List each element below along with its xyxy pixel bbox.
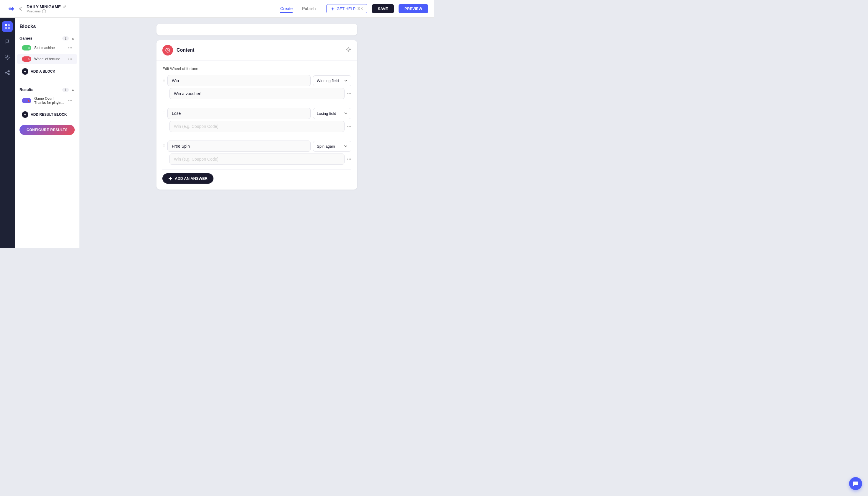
app-subtitle: Minigame i (27, 9, 66, 13)
lose-row-more-icon[interactable]: ••• (347, 124, 351, 129)
canvas: Content Edit Wheel of fortune ⠿ (80, 18, 434, 248)
add-result-label: ADD RESULT BLOCK (31, 112, 67, 117)
svg-point-9 (8, 74, 10, 75)
win-drag-handle[interactable]: ⠿ (162, 79, 165, 83)
win-text-input[interactable] (167, 75, 311, 86)
games-section-header[interactable]: Games 2 ▲ (15, 34, 79, 42)
win-row-more-icon[interactable]: ••• (347, 91, 351, 96)
answer-row-free-spin: ⠿ Spin again ••• (162, 141, 351, 165)
results-section-header[interactable]: Results 1 ▲ (15, 86, 79, 94)
add-block-label: ADD A BLOCK (31, 69, 55, 74)
answer-row-win-bottom: ••• (162, 88, 351, 99)
win-coupon-input[interactable] (169, 88, 344, 99)
svg-point-11 (348, 49, 350, 50)
add-answer-button[interactable]: ADD AN ANSWER (162, 173, 214, 184)
slot-machine-more-icon[interactable]: ••• (68, 45, 72, 50)
content-card: Content Edit Wheel of fortune ⠿ (156, 40, 357, 189)
get-help-button[interactable]: GET HELP ⌘K (326, 4, 367, 13)
game-over-label: Game Over! Thanks for playin... (34, 96, 65, 105)
add-result-block-button[interactable]: + ADD RESULT BLOCK (17, 109, 77, 120)
blocks-panel: Blocks Games 2 ▲ ⊞ Slot machine ••• ⊛ Wh… (15, 18, 80, 248)
edit-icon[interactable] (63, 5, 66, 9)
save-button[interactable]: SAVE (372, 4, 394, 13)
configure-results-button[interactable]: CONFIGURE RESULTS (19, 125, 75, 135)
gear-icon (346, 47, 351, 52)
edit-wheel-label: Edit Wheel of fortune (162, 66, 351, 71)
content-card-body: Edit Wheel of fortune ⠿ Winning field (156, 61, 357, 189)
svg-rect-3 (8, 24, 10, 26)
lose-drag-handle[interactable]: ⠿ (162, 111, 165, 115)
results-section-title: Results (19, 88, 62, 92)
answer-divider-2 (162, 137, 351, 137)
tab-create[interactable]: Create (280, 5, 293, 13)
svg-rect-5 (8, 27, 10, 29)
svg-point-7 (8, 71, 10, 72)
app-title: DAILY MINIGAME (27, 4, 66, 9)
free-spin-coupon-input[interactable] (169, 154, 344, 165)
section-divider (15, 82, 79, 82)
svg-text:i: i (44, 10, 44, 13)
lose-type-chevron-icon (344, 112, 347, 115)
answer-row-win: ⠿ Winning field ••• (162, 75, 351, 99)
icon-rail (0, 18, 15, 248)
add-answer-plus-icon (168, 176, 172, 181)
free-spin-type-chevron-icon (344, 144, 347, 148)
answer-row-free-spin-bottom: ••• (162, 154, 351, 165)
add-block-button[interactable]: + ADD A BLOCK (17, 66, 77, 77)
win-type-select[interactable]: Winning field (313, 75, 351, 86)
block-item-wheel-of-fortune[interactable]: ⊛ Wheel of fortune ••• (17, 54, 77, 64)
add-block-icon: + (22, 68, 28, 75)
content-settings-button[interactable] (346, 47, 351, 53)
back-nav[interactable] (6, 3, 22, 14)
answer-row-lose-top: ⠿ Losing field (162, 108, 351, 119)
answer-row-lose-bottom: ••• (162, 121, 351, 132)
svg-point-6 (7, 57, 8, 58)
info-icon[interactable]: i (42, 9, 46, 13)
game-over-toggle[interactable]: 🔖 (22, 98, 31, 103)
answer-row-win-top: ⠿ Winning field (162, 75, 351, 86)
tab-publish[interactable]: Publish (302, 5, 315, 13)
rail-flag-icon[interactable] (2, 36, 13, 47)
topnav: DAILY MINIGAME Minigame i Create Publish… (0, 0, 434, 18)
lose-coupon-input[interactable] (169, 121, 344, 132)
main-layout: Blocks Games 2 ▲ ⊞ Slot machine ••• ⊛ Wh… (0, 18, 434, 248)
wheel-toggle-icon: ⊛ (27, 57, 31, 61)
wheel-toggle[interactable]: ⊛ (22, 57, 31, 62)
free-spin-type-select[interactable]: Spin again (313, 141, 351, 152)
lose-type-select[interactable]: Losing field (313, 108, 351, 119)
answer-row-lose: ⠿ Losing field ••• (162, 108, 351, 132)
slot-machine-toggle[interactable]: ⊞ (22, 45, 31, 50)
content-card-header: Content (156, 40, 357, 61)
rail-settings-icon[interactable] (2, 52, 13, 63)
rail-blocks-icon[interactable] (2, 21, 13, 32)
add-result-icon: + (22, 111, 28, 118)
lose-text-input[interactable] (167, 108, 311, 119)
wheel-more-icon[interactable]: ••• (68, 57, 72, 61)
games-section-title: Games (19, 36, 62, 41)
blocks-title: Blocks (15, 24, 79, 34)
slot-machine-label: Slot machine (34, 46, 65, 50)
svg-rect-4 (5, 27, 7, 29)
block-item-game-over[interactable]: 🔖 Game Over! Thanks for playin... ••• (17, 94, 77, 107)
content-card-title: Content (176, 48, 342, 53)
free-spin-text-input[interactable] (167, 141, 311, 152)
svg-rect-2 (5, 24, 7, 26)
answer-divider-3 (162, 169, 351, 170)
block-item-slot-machine[interactable]: ⊞ Slot machine ••• (17, 43, 77, 53)
results-chevron-icon: ▲ (71, 88, 75, 92)
sparkle-icon (331, 7, 335, 11)
top-placeholder-card (156, 24, 357, 35)
app-title-section: DAILY MINIGAME Minigame i (27, 4, 66, 13)
preview-button[interactable]: PREVIEW (399, 4, 428, 13)
svg-point-8 (5, 72, 6, 73)
free-spin-row-more-icon[interactable]: ••• (347, 157, 351, 161)
answer-divider-1 (162, 104, 351, 104)
games-chevron-icon: ▲ (71, 36, 75, 41)
game-over-toggle-icon: 🔖 (27, 98, 31, 103)
game-over-more-icon[interactable]: ••• (68, 98, 72, 103)
results-count-badge: 1 (62, 88, 69, 92)
free-spin-drag-handle[interactable]: ⠿ (162, 144, 165, 148)
rail-share-icon[interactable] (2, 67, 13, 78)
wheel-of-fortune-label: Wheel of fortune (34, 57, 65, 61)
content-icon (162, 45, 173, 56)
